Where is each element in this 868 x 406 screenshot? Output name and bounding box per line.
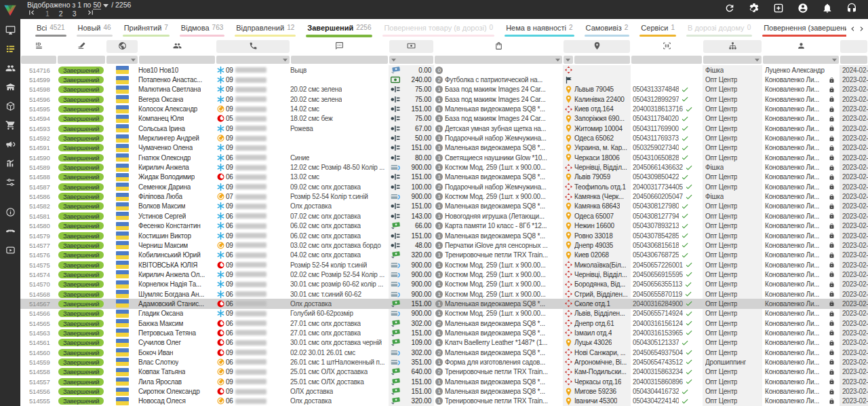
order-row[interactable]: 514558ЗавершенийКовпак Татьяна0925.01 см… [20, 367, 868, 377]
tabs-scroll-left-icon[interactable] [848, 24, 857, 33]
money-sort-button[interactable] [389, 40, 433, 53]
page-3[interactable]: 3 [73, 10, 77, 18]
sidebar-item-cart[interactable] [0, 117, 20, 136]
gear-button[interactable] [742, 0, 766, 19]
order-row[interactable]: 514579ЗавершенийКостишин Виктор0906.02 с… [20, 231, 868, 240]
tracking-sort-button[interactable] [631, 40, 702, 53]
sidebar-item-monitor[interactable] [0, 22, 20, 41]
order-row[interactable]: 514582ЗавершенийВолков Максим09Олх доста… [20, 202, 868, 211]
order-row[interactable]: 514598ЗавершенийМалютина Светлана0920.02… [20, 85, 868, 94]
sidebar-item-marketing[interactable] [0, 136, 20, 155]
tab-Всі[interactable]: Всі4521 [35, 19, 66, 39]
tab-Відправлений[interactable]: Відправлений12 [235, 19, 296, 39]
sidebar-item-settings-sliders[interactable] [0, 174, 20, 193]
tab-Самовивіз[interactable]: Самовивіз2 [585, 19, 630, 39]
order-row[interactable]: 514570ЗавершенийКорнелюк Надія Та...0930… [20, 280, 868, 289]
status-filter-input[interactable] [58, 56, 105, 64]
order-row[interactable]: 514594ЗавершенийКомпанец Юля0518.02 смс … [20, 114, 868, 124]
tracking-filter-input[interactable] [631, 56, 702, 64]
status-sort-button[interactable] [58, 40, 105, 53]
last-page-icon[interactable] [86, 7, 95, 20]
order-row[interactable]: 514576ЗавершенийКобилинський Юрий0604.02… [20, 251, 868, 260]
sidebar-item-orders-list[interactable] [0, 41, 20, 60]
sidebar-item-partners[interactable] [0, 223, 20, 242]
location-filter-dropdown[interactable] [564, 56, 573, 64]
fulfillment-sort-button[interactable] [703, 40, 762, 53]
order-row[interactable]: 514560ЗавершенийБокоч Иван0902.02 30.01 … [20, 348, 868, 357]
order-row[interactable]: 514589ЗавершенийКирилич Анжела0912.02 см… [20, 162, 868, 172]
per-page-caret-icon[interactable] [103, 1, 108, 9]
tab-Завершений[interactable]: Завершений2256 [306, 19, 372, 39]
order-row[interactable]: 514588ЗавершенийЖидак Володимир0613.02 с… [20, 172, 868, 182]
id-filter-input[interactable] [21, 56, 56, 64]
order-row[interactable]: 514596ЗавершенийВегера Оксана0920.02 смс… [20, 94, 868, 104]
tab-Прийнятий[interactable]: Прийнятий7 [123, 19, 170, 39]
order-row[interactable]: 514559ЗавершенийВлас Слотюу0626.01 смс 1… [20, 357, 868, 367]
date-filter-input[interactable] [840, 56, 867, 64]
product-filter-input[interactable] [435, 56, 562, 64]
order-row[interactable]: 514566ЗавершенийГладик Оксана09Голубий 6… [20, 309, 868, 318]
name-sort-button[interactable] [139, 40, 215, 53]
order-row[interactable]: 514581ЗавершенийУстинов Сергей0607.02 см… [20, 211, 868, 221]
add-button[interactable] [766, 0, 791, 19]
comment-filter-input[interactable] [291, 56, 388, 64]
order-row[interactable]: 514567ЗавершенийАдамовский Станис...06Ол… [20, 299, 868, 308]
sidebar-item-stats[interactable] [0, 155, 20, 174]
page-1[interactable]: 1 [45, 10, 50, 18]
order-row[interactable]: 514556ЗавершенийСиротюк Олександр09ОЛХ д… [20, 386, 868, 396]
order-row[interactable]: 514716ЗавершенийНов10 Нов1009Выцв0.000Фі… [20, 65, 868, 75]
sidebar-item-products[interactable] [0, 98, 20, 117]
sidebar-item-video[interactable] [0, 242, 20, 261]
id-sort-button[interactable] [21, 40, 56, 53]
first-page-icon[interactable] [27, 7, 36, 20]
tab-Сервіси[interactable]: Сервіси1 [639, 19, 676, 39]
tabs-scroll-right-icon[interactable] [857, 24, 866, 33]
flag-sort-button[interactable] [106, 40, 138, 53]
sidebar-item-warehouse[interactable] [0, 79, 20, 98]
sidebar-item-customers[interactable] [0, 60, 20, 79]
order-row[interactable]: 514563ЗавершенийПетровська Тетяна0627.01… [20, 328, 868, 337]
order-row[interactable]: 514595ЗавершенийКолосок Александр0914.02… [20, 104, 868, 113]
order-row[interactable]: 514565ЗавершенийБаюка Максим0627.01 смс … [20, 318, 868, 328]
money-filter-input[interactable] [389, 56, 433, 64]
order-row[interactable]: 514575ЗавершенийКВІТОВСЬКА ЮЛІЯ09Розмір … [20, 260, 868, 270]
order-row[interactable]: 514590ЗавершенийГнатюк Олексндр06Синие80… [20, 153, 868, 162]
app-logo-icon[interactable] [3, 3, 18, 18]
order-row[interactable]: 514586ЗавершенийФіліпова Люба07Розмір 52… [20, 191, 868, 201]
order-row[interactable]: 514592ЗавершенийМерклингер Андрей0950.00… [20, 133, 868, 143]
order-row[interactable]: 514593ЗавершенийСольська Ірина09Рожева67… [20, 124, 868, 133]
manager-sort-button[interactable] [763, 40, 839, 53]
support-button[interactable] [840, 0, 864, 19]
order-row[interactable]: 514555ЗавершенийНовосад Олеся06Олх доста… [20, 396, 868, 406]
order-row[interactable]: 514599ЗавершенийПотапенко Анастас...0924… [20, 75, 868, 84]
manager-filter-input[interactable] [763, 56, 839, 64]
phone-sort-button[interactable] [216, 40, 290, 53]
name-filter-input[interactable] [139, 56, 215, 64]
product-sort-button[interactable] [435, 40, 562, 53]
bell-button[interactable] [815, 0, 840, 19]
tab-В дорозі додому[interactable]: В дорозі додому0 [686, 19, 752, 39]
order-row[interactable]: 514580ЗавершенийФесенко Константин0606.0… [20, 221, 868, 231]
tab-Відмова[interactable]: Відмова763 [180, 19, 224, 39]
order-row[interactable]: 514574ЗавершенийКирилич Анжела Ол...0902… [20, 270, 868, 279]
page-2[interactable]: 2 [59, 10, 63, 18]
order-row[interactable]: 514591ЗавершенийЧумаченко Олена09151.001… [20, 143, 868, 153]
phone-filter-input[interactable] [216, 56, 290, 64]
tab-Нема в наявності[interactable]: Нема в наявності2 [505, 19, 574, 39]
flag-filter-input[interactable] [106, 56, 138, 64]
fulfillment-filter-input[interactable] [703, 56, 762, 64]
tab-Повернення товару (в дорозі)[interactable]: Повернення товару (в дорозі)0 [382, 19, 494, 39]
location-filter-input[interactable] [574, 56, 630, 64]
order-row[interactable]: 514568ЗавершенийШумляс Богдана Ан...0630… [20, 289, 868, 299]
order-row[interactable]: 514577ЗавершенийЧерниш Максим0903.02 смс… [20, 240, 868, 250]
refresh-button[interactable] [717, 0, 742, 19]
order-row[interactable]: 514587ЗавершенийСеменюк Дарина0909.02 см… [20, 182, 868, 191]
account-button[interactable] [791, 0, 815, 19]
comment-sort-button[interactable] [291, 40, 388, 53]
order-row[interactable]: 514557ЗавершенийЛила Ярослав0925.01 смс … [20, 377, 868, 386]
sidebar-item-info[interactable] [0, 204, 20, 223]
tab-Новый[interactable]: Новый46 [77, 19, 113, 39]
order-row[interactable]: 514561ЗавершенийСучилов Олег0630.01 смс … [20, 338, 868, 348]
location-sort-button[interactable] [564, 40, 630, 53]
date-sort-button[interactable] [840, 40, 867, 53]
